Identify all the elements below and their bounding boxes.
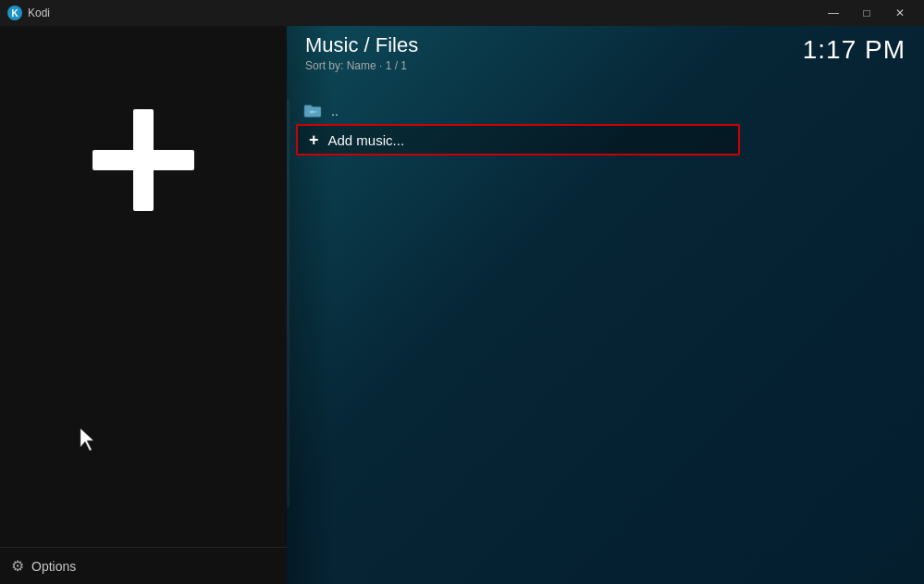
page-title: Music / Files xyxy=(305,33,418,57)
folder-back-icon xyxy=(303,104,322,118)
sidebar: ⚙ Options xyxy=(0,26,287,584)
add-plus-icon: + xyxy=(309,131,319,148)
file-list: .. + Add music... xyxy=(296,100,740,155)
add-music-label: Add music... xyxy=(328,132,405,148)
breadcrumb-subtitle: Sort by: Name · 1 / 1 xyxy=(305,59,418,72)
clock: 1:17 PM xyxy=(803,35,906,65)
maximize-button[interactable]: □ xyxy=(850,0,883,26)
add-music-item[interactable]: + Add music... xyxy=(296,124,740,155)
titlebar-controls: — □ ✕ xyxy=(817,0,917,26)
plus-icon-container xyxy=(0,109,287,211)
titlebar: K Kodi — □ ✕ xyxy=(0,0,924,26)
left-accent xyxy=(287,100,290,507)
breadcrumb: Music / Files Sort by: Name · 1 / 1 xyxy=(305,33,418,72)
minimize-button[interactable]: — xyxy=(817,0,850,26)
kodi-icon: K xyxy=(7,6,22,20)
add-content-icon xyxy=(92,109,194,211)
mouse-cursor xyxy=(79,427,101,454)
main-layout: ⚙ Options Music / Files Sort by: Name · … xyxy=(0,26,924,584)
parent-folder-label: .. xyxy=(331,104,339,118)
close-button[interactable]: ✕ xyxy=(883,0,917,26)
titlebar-left: K Kodi xyxy=(7,6,50,20)
gear-icon: ⚙ xyxy=(11,557,24,575)
sidebar-bottom[interactable]: ⚙ Options xyxy=(0,547,287,584)
options-label: Options xyxy=(31,559,76,574)
svg-text:K: K xyxy=(11,8,18,19)
content-area: Music / Files Sort by: Name · 1 / 1 1:17… xyxy=(287,26,924,584)
parent-folder-item[interactable]: .. xyxy=(296,100,740,122)
titlebar-title: Kodi xyxy=(28,6,50,19)
